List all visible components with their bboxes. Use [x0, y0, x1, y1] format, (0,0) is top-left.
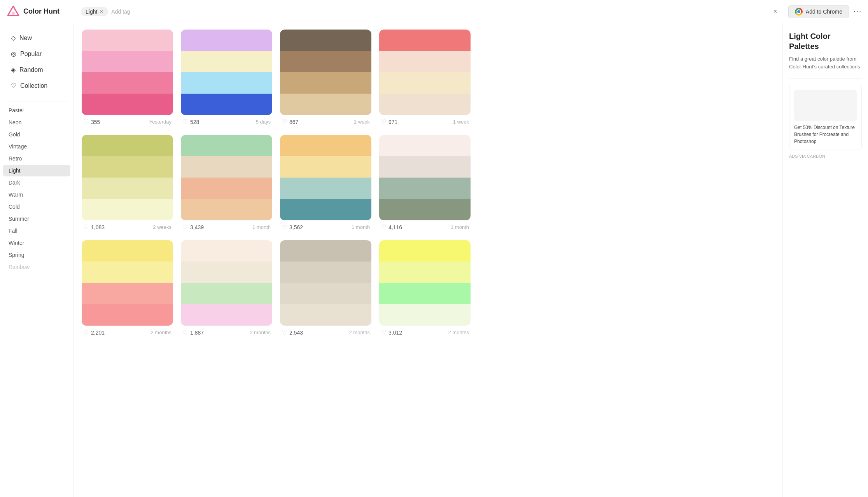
palette-card-p7[interactable]: ♡3,5621 month [280, 135, 371, 232]
color-swatch [280, 51, 371, 72]
palette-meta: ♡5285 days [181, 115, 272, 127]
color-swatch [82, 72, 173, 94]
color-swatch [379, 304, 471, 326]
like-area[interactable]: ♡2,543 [282, 329, 303, 336]
like-area[interactable]: ♡2,201 [83, 329, 105, 336]
palette-card-p1[interactable]: ♡355Yesterday [82, 30, 173, 127]
like-count: 2,543 [289, 330, 303, 336]
sidebar-tag-spring[interactable]: Spring [3, 249, 70, 261]
color-swatch [181, 178, 272, 199]
time-label: 2 months [151, 330, 172, 335]
like-area[interactable]: ♡971 [381, 118, 397, 126]
sidebar-tag-summer[interactable]: Summer [3, 213, 70, 225]
palette-meta: ♡355Yesterday [82, 115, 173, 127]
color-swatch [280, 72, 371, 94]
like-area[interactable]: ♡3,562 [282, 223, 303, 231]
sidebar-tag-rainbow[interactable]: Rainbow [3, 261, 70, 273]
palette-meta: ♡1,0832 weeks [82, 220, 173, 232]
heart-icon: ♡ [381, 329, 386, 336]
sidebar-tag-vintage[interactable]: Vintage [3, 141, 70, 152]
color-swatch [181, 30, 272, 51]
palette-swatches [82, 240, 173, 326]
like-count: 1,887 [190, 330, 204, 336]
palette-swatches [181, 240, 272, 326]
heart-icon: ♡ [83, 223, 89, 231]
color-swatch [82, 30, 173, 51]
palette-swatches [280, 135, 371, 220]
color-swatch [181, 135, 272, 156]
color-swatch [82, 135, 173, 156]
like-area[interactable]: ♡3,439 [182, 223, 204, 231]
tag-close-button[interactable]: ✕ [100, 9, 103, 14]
sidebar-item-random[interactable]: ◈ Random [3, 62, 70, 77]
more-options-button[interactable]: ··· [854, 7, 862, 16]
sidebar-nav-random-label: Random [19, 66, 43, 73]
color-swatch [181, 262, 272, 283]
palette-card-p6[interactable]: ♡3,4391 month [181, 135, 272, 232]
color-swatch [82, 94, 173, 115]
palette-card-p9[interactable]: ♡2,2012 months [82, 240, 173, 338]
like-area[interactable]: ♡3,012 [381, 329, 402, 336]
active-tag-chip[interactable]: Light ✕ [81, 7, 108, 16]
ad-box[interactable]: Get 50% Discount on Texture Brushes for … [789, 85, 862, 150]
sidebar-tag-fall[interactable]: Fall [3, 225, 70, 237]
palette-card-p3[interactable]: ♡8671 week [280, 30, 371, 127]
palette-meta: ♡2,2012 months [82, 326, 173, 338]
like-area[interactable]: ♡1,887 [182, 329, 204, 336]
add-to-chrome-button[interactable]: Add to Chrome [788, 5, 849, 18]
color-swatch [379, 30, 471, 51]
right-panel: Light Color Palettes Find a great color … [782, 23, 868, 497]
like-area[interactable]: ♡1,083 [83, 223, 105, 231]
sidebar-tag-pastel[interactable]: Pastel [3, 105, 70, 116]
sidebar-tag-winter[interactable]: Winter [3, 237, 70, 249]
palette-swatches [181, 135, 272, 220]
topbar-close-button[interactable]: × [773, 7, 777, 16]
palette-card-p12[interactable]: ♡3,0122 months [379, 240, 471, 338]
palette-swatches [280, 30, 371, 115]
like-count: 1,083 [91, 224, 105, 230]
heart-icon: ♡ [83, 118, 89, 126]
palette-card-p11[interactable]: ♡2,5432 months [280, 240, 371, 338]
ad-image [794, 90, 857, 121]
sidebar-tag-gold[interactable]: Gold [3, 129, 70, 140]
color-swatch [181, 199, 272, 220]
sidebar-tag-dark[interactable]: Dark [3, 177, 70, 188]
sidebar-divider [6, 101, 67, 101]
palette-card-p4[interactable]: ♡9711 week [379, 30, 471, 127]
sidebar-tag-neon[interactable]: Neon [3, 117, 70, 128]
panel-description: Find a great color palette from Color Hu… [789, 55, 862, 70]
time-label: 2 weeks [153, 224, 172, 230]
color-swatch [280, 178, 371, 199]
sidebar-tag-cold[interactable]: Cold [3, 201, 70, 213]
sidebar-item-collection[interactable]: ♡ Collection [3, 78, 70, 93]
sidebar-nav: ◇ New ◎ Popular ◈ Random ♡ Collection [0, 30, 74, 93]
color-swatch [82, 283, 173, 304]
palette-meta: ♡2,5432 months [280, 326, 371, 338]
heart-icon: ♡ [83, 329, 89, 336]
like-area[interactable]: ♡528 [182, 118, 199, 126]
palette-card-p2[interactable]: ♡5285 days [181, 30, 272, 127]
like-area[interactable]: ♡867 [282, 118, 298, 126]
sidebar-tag-light[interactable]: Light [3, 165, 70, 176]
add-tag-label[interactable]: Add tag [111, 9, 130, 15]
sidebar-item-new[interactable]: ◇ New [3, 30, 70, 45]
main-layout: ◇ New ◎ Popular ◈ Random ♡ Collection Pa… [0, 23, 868, 497]
palette-meta: ♡9711 week [379, 115, 471, 127]
like-count: 3,562 [289, 224, 303, 230]
palette-card-p10[interactable]: ♡1,8872 months [181, 240, 272, 338]
color-swatch [379, 178, 471, 199]
sidebar-tag-warm[interactable]: Warm [3, 189, 70, 201]
heart-icon: ♡ [182, 329, 188, 336]
palette-card-p8[interactable]: ♡4,1161 month [379, 135, 471, 232]
like-count: 3,012 [388, 330, 402, 336]
sidebar-tag-retro[interactable]: Retro [3, 153, 70, 164]
like-area[interactable]: ♡355 [83, 118, 100, 126]
color-swatch [280, 240, 371, 262]
palette-card-p5[interactable]: ♡1,0832 weeks [82, 135, 173, 232]
sidebar-item-popular[interactable]: ◎ Popular [3, 46, 70, 61]
heart-icon: ♡ [282, 223, 287, 231]
palette-meta: ♡3,5621 month [280, 220, 371, 232]
like-area[interactable]: ♡4,116 [381, 223, 402, 231]
palette-meta: ♡3,0122 months [379, 326, 471, 338]
chrome-icon [795, 8, 803, 16]
